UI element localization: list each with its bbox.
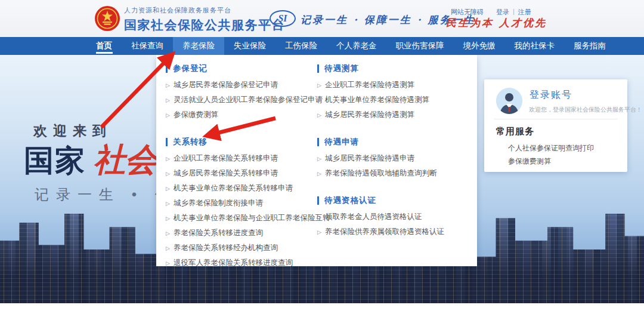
welcome-text: 欢迎您，登录国家社会保险公共服务平台！ <box>529 106 642 114</box>
service-link[interactable]: 参保缴费测算 <box>508 155 594 168</box>
menu-item[interactable]: ▷ 养老保险待遇领取地辅助查询判断 <box>317 166 467 181</box>
nav-item-social-insurance-query[interactable]: 社保查询 <box>122 37 173 55</box>
nav-item-personal-pension[interactable]: 个人养老金 <box>327 37 386 55</box>
item-arrow-icon: ▷ <box>166 186 170 192</box>
menu-item-list: ▷ 领取养老金人员待遇资格认证 ▷ 养老保险供养亲属领取待遇资格认证 <box>317 210 467 239</box>
hero-welcome-text: 欢迎来到 <box>33 122 112 140</box>
divider <box>494 119 618 119</box>
ministry-line: 人力资源和社会保障政务服务平台 <box>124 6 285 15</box>
hero-title-dark: 国家 <box>24 144 86 177</box>
section-bar-icon <box>317 138 319 146</box>
dropdown-column-1: 参保登记 ▷ 城乡居民养老保险参保登记申请 ▷ 灵活就业人员企业职工养老保险参保… <box>166 63 316 270</box>
hero-banner: 欢迎来到 国家 社会保险 记录一生 • 保障一生 参保登记 ▷ 城乡居民养老保险… <box>0 55 644 303</box>
si-logo-icon: SI <box>270 10 296 27</box>
menu-item[interactable]: ▷ 机关事业单位养老保险关系转移申请 <box>166 181 316 196</box>
section-title: 待遇申请 <box>324 137 359 147</box>
item-arrow-icon: ▷ <box>166 260 170 266</box>
menu-item-list: ▷ 城乡居民养老保险参保登记申请 ▷ 灵活就业人员企业职工养老保险参保登记申请 … <box>166 78 316 122</box>
services-list: 个人社保参保证明查询打印 参保缴费测算 <box>508 141 594 168</box>
menu-item[interactable]: ▷ 退役军人养老保险关系转移进度查询 <box>166 255 316 270</box>
menu-item[interactable]: ▷ 企业职工养老保险关系转移申请 <box>166 151 316 166</box>
section-bar-icon <box>166 138 168 146</box>
section-title: 关系转移 <box>173 137 208 147</box>
menu-section-benefit-qualification: 待遇资格认证 ▷ 领取养老金人员待遇资格认证 ▷ 养老保险供养亲属领取待遇资格认… <box>317 195 467 239</box>
menu-item-list: ▷ 企业职工养老保险关系转移申请 ▷ 城乡居民养老保险关系转移申请 ▷ 机关事业… <box>166 151 316 270</box>
service-link[interactable]: 个人社保参保证明查询打印 <box>508 141 594 155</box>
nav-item-unemployment-insurance[interactable]: 失业保险 <box>224 37 275 55</box>
item-arrow-icon: ▷ <box>317 97 321 103</box>
menu-item[interactable]: ▷ 机关事业单位养老保险待遇测算 <box>317 93 467 107</box>
menu-item[interactable]: ▷ 城乡养老保险制度衔接申请 <box>166 196 316 211</box>
login-link[interactable]: 登录 <box>496 8 509 17</box>
motto-calligraphy: 民生为本 人才优先 <box>446 16 547 30</box>
nav-item-work-injury-insurance[interactable]: 工伤保险 <box>275 37 327 55</box>
menu-item[interactable]: ▷ 机关事业单位养老保险与企业职工养老保险互转 <box>166 211 316 226</box>
item-arrow-icon: ▷ <box>166 201 170 207</box>
menu-section-relation-transfer: 关系转移 ▷ 企业职工养老保险关系转移申请 ▷ 城乡居民养老保险关系转移申请 <box>166 137 316 270</box>
item-arrow-icon: ▷ <box>166 245 170 251</box>
item-arrow-icon: ▷ <box>166 82 170 88</box>
dropdown-column-2: 待遇测算 ▷ 企业职工养老保险待遇测算 ▷ 机关事业单位养老保险待遇测算 <box>317 63 467 239</box>
item-arrow-icon: ▷ <box>166 112 170 118</box>
menu-item[interactable]: ▷ 养老保险关系转移进度查询 <box>166 226 316 241</box>
section-title: 参保登记 <box>173 63 208 74</box>
section-title: 待遇资格认证 <box>324 195 376 206</box>
menu-item[interactable]: ▷ 参保缴费测算 <box>166 107 316 122</box>
section-title: 待遇测算 <box>324 63 359 74</box>
nav-item-occupational-injury[interactable]: 职业伤害保障 <box>386 37 454 55</box>
nav-item-overseas-exemption[interactable]: 境外免缴 <box>454 37 505 55</box>
item-arrow-icon: ▷ <box>166 171 170 177</box>
menu-item[interactable]: ▷ 养老保险供养亲属领取待遇资格认证 <box>317 224 467 239</box>
menu-item[interactable]: ▷ 养老保险关系转移经办机构查询 <box>166 241 316 255</box>
account-card: 登录账号 欢迎您，登录国家社会保险公共服务平台！ 常用服务 个人社保参保证明查询… <box>484 79 627 172</box>
item-arrow-icon: ▷ <box>166 215 170 221</box>
item-arrow-icon: ▷ <box>317 156 321 162</box>
menu-item-list: ▷ 企业职工养老保险待遇测算 ▷ 机关事业单位养老保险待遇测算 ▷ 城乡居民养老… <box>317 78 467 122</box>
item-arrow-icon: ▷ <box>317 82 321 88</box>
menu-item[interactable]: ▷ 城乡居民养老保险关系转移申请 <box>166 166 316 181</box>
menu-item[interactable]: ▷ 城乡居民养老保险待遇申请 <box>317 151 467 166</box>
site-title: 国家社会保险公共服务平台 <box>124 17 285 33</box>
menu-item[interactable]: ▷ 领取养老金人员待遇资格认证 <box>317 210 467 224</box>
menu-item-list: ▷ 城乡居民养老保险待遇申请 ▷ 养老保险待遇领取地辅助查询判断 <box>317 151 467 181</box>
national-emblem-icon <box>94 5 120 32</box>
menu-section-registration: 参保登记 ▷ 城乡居民养老保险参保登记申请 ▷ 灵活就业人员企业职工养老保险参保… <box>166 63 316 122</box>
item-arrow-icon: ▷ <box>166 97 170 103</box>
section-bar-icon <box>166 64 168 73</box>
item-arrow-icon: ▷ <box>317 171 321 177</box>
login-account-link[interactable]: 登录账号 <box>530 89 572 101</box>
nav-item-pension-insurance[interactable]: 养老保险 <box>173 37 224 55</box>
top-header: 人力资源和社会保障政务服务平台 国家社会保险公共服务平台 SI 记录一生 · 保… <box>0 0 644 37</box>
menu-item[interactable]: ▷ 城乡居民养老保险参保登记申请 <box>166 78 316 93</box>
link-divider: | <box>513 8 515 17</box>
user-avatar-icon <box>496 88 522 114</box>
nav-item-home[interactable]: 首页 <box>86 37 122 55</box>
main-navbar: 首页 社保查询 养老保险 失业保险 工伤保险 个人养老金 职业伤害保障 境外免缴… <box>0 37 644 55</box>
common-services-title: 常用服务 <box>496 126 534 137</box>
accessibility-link[interactable]: 网站无障碍 <box>451 8 484 17</box>
menu-item[interactable]: ▷ 城乡居民养老保险待遇测算 <box>317 107 467 122</box>
section-bar-icon <box>317 64 319 73</box>
brand-block: 人力资源和社会保障政务服务平台 国家社会保险公共服务平台 <box>124 6 285 33</box>
item-arrow-icon: ▷ <box>317 112 321 118</box>
item-arrow-icon: ▷ <box>166 156 170 162</box>
menu-item[interactable]: ▷ 企业职工养老保险待遇测算 <box>317 78 467 93</box>
menu-item[interactable]: ▷ 灵活就业人员企业职工养老保险参保登记申请 <box>166 93 316 107</box>
nav-item-my-social-security-card[interactable]: 我的社保卡 <box>505 37 565 55</box>
menu-section-benefit-calculation: 待遇测算 ▷ 企业职工养老保险待遇测算 ▷ 机关事业单位养老保险待遇测算 <box>317 63 467 122</box>
item-arrow-icon: ▷ <box>317 229 321 235</box>
register-link[interactable]: 注册 <box>518 8 531 17</box>
item-arrow-icon: ▷ <box>317 214 321 220</box>
item-arrow-icon: ▷ <box>166 230 170 236</box>
nav-item-service-guide[interactable]: 服务指南 <box>564 37 615 55</box>
pension-dropdown-menu: 参保登记 ▷ 城乡居民养老保险参保登记申请 ▷ 灵活就业人员企业职工养老保险参保… <box>156 55 477 266</box>
menu-section-benefit-application: 待遇申请 ▷ 城乡居民养老保险待遇申请 ▷ 养老保险待遇领取地辅助查询判断 <box>317 137 467 181</box>
section-bar-icon <box>317 196 319 205</box>
